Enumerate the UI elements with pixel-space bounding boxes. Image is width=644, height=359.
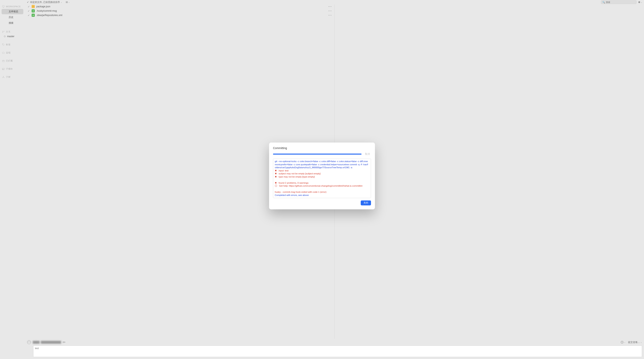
sidebar-section-subtrees[interactable]: 子树 [0, 75, 25, 79]
avatar [27, 340, 31, 344]
branches-label: 分支 [6, 30, 10, 33]
search-box[interactable]: 🔍 [601, 1, 636, 4]
svg-point-13 [29, 341, 30, 342]
svg-point-6 [3, 44, 3, 44]
file-name: package.json [36, 5, 50, 8]
committing-dialog: Committing 取消 git --no-optional-locks -c… [269, 143, 375, 209]
sidebar-item-label: 文件状态 [9, 10, 18, 13]
sidebar-section-branches[interactable]: 分支 [0, 30, 25, 34]
file-more-icon[interactable]: ••• [328, 5, 332, 8]
commit-history-dropdown[interactable]: ⌄ [620, 341, 626, 344]
list-icon [66, 2, 68, 3]
sidebar-item-search[interactable]: 搜索 [2, 20, 23, 26]
file-sort-label: 待定的文件, 已依照路径排序 [30, 1, 60, 4]
stage-all-check[interactable]: ✓ [27, 1, 29, 4]
commit-message-input[interactable]: test [33, 345, 642, 357]
chevron-down-icon: ⌄ [640, 341, 642, 343]
log-error-line: husky - commit-msg hook exited with code… [275, 191, 326, 193]
commit-author-suffix: n> [62, 341, 66, 343]
commit-bar: ████ ‹████████████ n> ⌄ 提交选项… ⌄ [25, 339, 644, 359]
tags-label: 标签 [6, 43, 10, 46]
subtrees-label: 子树 [6, 76, 10, 79]
file-more-icon[interactable]: ••• [328, 14, 332, 17]
chevron-down-icon: ⌄ [624, 341, 626, 343]
svg-point-4 [2, 32, 3, 33]
chevron-down-icon: ⌄ [641, 1, 642, 3]
search-input[interactable] [606, 1, 635, 3]
log-completion-line: Completed with errors, see above [275, 194, 309, 196]
svg-rect-9 [3, 69, 4, 70]
commit-message-text: test [35, 347, 39, 350]
svg-point-12 [4, 77, 4, 78]
diff-pane [335, 4, 644, 339]
file-checkbox[interactable]: ✓ [27, 14, 30, 17]
sidebar-item-label: 历史 [9, 16, 14, 19]
sidebar-item-file-status[interactable]: 文件状态 [2, 9, 23, 14]
progress-fill [273, 154, 362, 155]
branch-icon [2, 31, 5, 33]
svg-point-5 [4, 31, 4, 31]
stash-icon [2, 60, 5, 62]
clock-icon [620, 341, 624, 344]
stashed-label: 已贮藏 [6, 59, 13, 62]
svg-rect-0 [2, 6, 4, 7]
file-row[interactable]: ✓ + .idea/jarRepositories.xml ••• [25, 13, 334, 18]
sidebar-item-history[interactable]: 历史 [2, 15, 23, 20]
log-error-line: ✖ found 2 problems, 0 warnings [275, 182, 308, 184]
search-icon: 🔍 [602, 1, 605, 4]
svg-point-3 [2, 31, 3, 31]
sidebar-branch-master[interactable]: master [0, 34, 25, 39]
file-name: .idea/jarRepositories.xml [36, 14, 62, 17]
file-checkbox[interactable]: ✓ [27, 10, 30, 13]
file-added-icon: + [32, 14, 35, 17]
file-more-icon[interactable]: ••• [328, 10, 332, 12]
commit-options-dropdown[interactable]: 提交选项… ⌄ [628, 341, 642, 344]
file-row[interactable]: ✓ + .husky/commit-msg ••• [25, 9, 334, 13]
sidebar: WORKSPACE 文件状态 历史 搜索 分支 master 标签 [0, 4, 25, 359]
log-command: git --no-optional-locks -c color.branch=… [275, 160, 368, 169]
remotes-label: 远端 [6, 51, 10, 54]
sidebar-section-stashed[interactable]: 已贮藏 [0, 59, 25, 63]
svg-point-11 [2, 77, 3, 78]
sidebar-section-submodules[interactable]: 子模块 [0, 67, 25, 71]
tag-icon [2, 43, 5, 46]
settings-dropdown[interactable]: ✱ ⌄ [638, 1, 642, 4]
view-mode-dropdown[interactable]: ⌄ [66, 1, 70, 3]
commit-author: ████ ‹████████████ [33, 341, 61, 343]
close-button[interactable]: 关闭 [361, 200, 371, 205]
log-error-line: ✖ type may not be empty [type-empty] [275, 176, 315, 178]
chevron-down-icon: ⌄ [61, 1, 62, 3]
submodules-label: 子模块 [6, 67, 13, 70]
file-name: .husky/commit-msg [36, 10, 57, 12]
sidebar-section-remotes[interactable]: 远端 [0, 51, 25, 55]
topbar: ✓ 待定的文件, 已依照路径排序 ⌄ ⌄ 🔍 ✱ ⌄ [0, 0, 644, 4]
svg-rect-7 [2, 60, 4, 62]
cancel-button[interactable]: 取消 [364, 152, 371, 156]
current-branch-indicator-icon [4, 36, 6, 37]
log-error-line: ⓘ Get help: https://github.com/conventio… [275, 185, 362, 187]
dialog-title: Committing [273, 147, 371, 150]
sidebar-section-workspace[interactable]: WORKSPACE [0, 4, 25, 9]
user-icon [28, 341, 30, 343]
progress-bar [273, 154, 362, 155]
file-added-icon: + [32, 9, 35, 13]
commit-options-label: 提交选项… [628, 341, 640, 344]
sidebar-section-tags[interactable]: 标签 [0, 42, 25, 47]
branch-name: master [7, 35, 14, 38]
svg-point-10 [3, 76, 4, 76]
monitor-icon [2, 5, 5, 8]
log-output[interactable]: git --no-optional-locks -c color.branch=… [273, 159, 371, 198]
log-error-line: ✖ input: test [275, 169, 288, 172]
gear-icon: ✱ [638, 1, 640, 4]
file-checkbox[interactable]: ✓ [27, 5, 30, 8]
file-modified-icon: ⋯ [32, 5, 35, 8]
workspace-label: WORKSPACE [6, 5, 21, 8]
cloud-icon [2, 51, 5, 54]
log-error-line: ✖ subject may not be empty [subject-empt… [275, 172, 320, 175]
chevron-down-icon: ⌄ [68, 1, 70, 3]
file-row[interactable]: ✓ ⋯ package.json ••• [25, 4, 334, 9]
file-sort-dropdown[interactable]: 待定的文件, 已依照路径排序 ⌄ [30, 1, 62, 4]
subtree-icon [2, 76, 5, 79]
sidebar-item-label: 搜索 [9, 21, 14, 25]
submodule-icon [2, 68, 5, 70]
